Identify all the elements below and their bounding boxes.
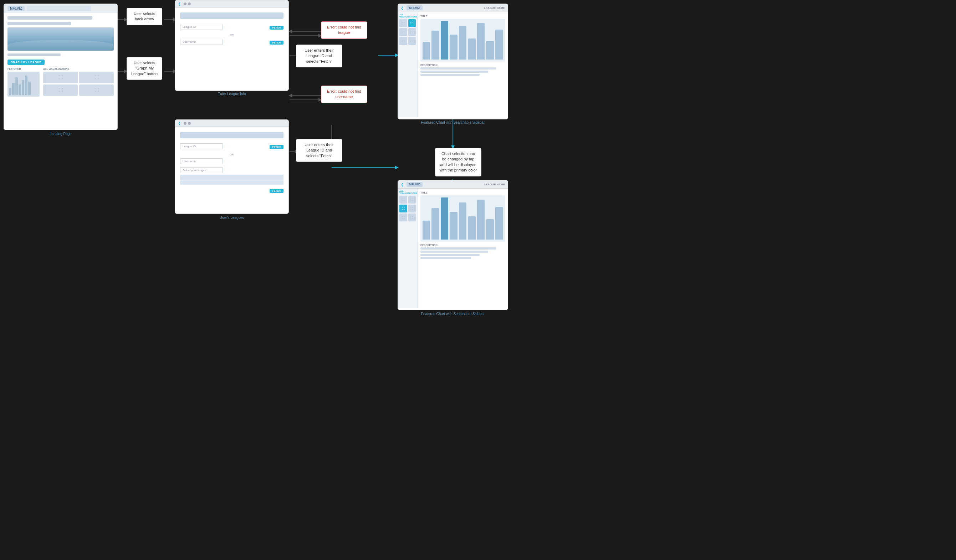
or-text-top: OR bbox=[180, 33, 283, 37]
all-viz-sidebar-bottom: ALL VISUALIZATIONS bbox=[399, 190, 416, 194]
cbar-7 bbox=[477, 23, 484, 60]
landing-header: NFLVIZ bbox=[4, 4, 117, 13]
fetch-button-bottom[interactable]: FETCH bbox=[270, 145, 283, 149]
thumb-1: ⛶ bbox=[43, 72, 78, 83]
sidebar-icon-2: ⛶ bbox=[410, 22, 413, 25]
chart-selection-annotation: Chart selection can be changed by tap an… bbox=[435, 148, 481, 176]
sidebar-grid-bottom: ⛶ ⛶ ⛶ ⛶ ⛶ ⛶ bbox=[399, 196, 416, 221]
bar-1 bbox=[9, 88, 11, 95]
chart-back-bottom[interactable]: ❮ bbox=[401, 182, 404, 187]
cbar-1 bbox=[423, 42, 430, 60]
thumb-grid: ⛶ ⛶ ⛶ ⛶ bbox=[43, 72, 114, 96]
bar-6 bbox=[25, 75, 27, 95]
select-league-field[interactable]: Select your league bbox=[180, 167, 223, 173]
image-icon-3: ⛶ bbox=[58, 88, 63, 93]
landing-label: Landing Page bbox=[3, 132, 118, 136]
cbar-b7 bbox=[477, 199, 484, 240]
fetch-button-final[interactable]: FETCH bbox=[270, 189, 283, 193]
sidebar-thumb-b6[interactable]: ⛶ bbox=[408, 213, 416, 221]
chart-title-bottom: TITLE bbox=[420, 191, 505, 194]
league-id-field[interactable]: League ID bbox=[180, 24, 223, 30]
sidebar-thumb-5[interactable]: ⛶ bbox=[399, 37, 407, 45]
username-row: Username FETCH bbox=[180, 39, 283, 46]
sidebar-icon-b1: ⛶ bbox=[402, 198, 405, 201]
cbar-b6 bbox=[468, 216, 475, 240]
all-viz-sidebar-top: ALL VISUALIZATIONS bbox=[399, 14, 416, 18]
featured-thumb bbox=[8, 72, 39, 97]
sidebar-icon-6: ⛶ bbox=[410, 39, 413, 43]
chart-logo-top: NFLVIZ bbox=[407, 5, 423, 10]
thumb-2: ⛶ bbox=[79, 72, 114, 83]
chart-back-top[interactable]: ❮ bbox=[401, 6, 404, 10]
image-icon-2: ⛶ bbox=[94, 75, 99, 80]
sidebar-thumb-b2[interactable]: ⛶ bbox=[408, 196, 416, 204]
league-id-field-b[interactable]: League ID bbox=[180, 143, 223, 149]
bar-2 bbox=[12, 83, 15, 95]
canvas: NFLVIZ GRAPH MY LEAGUE FEATURED bbox=[0, 0, 956, 560]
back-chevron-bottom[interactable]: ❮ bbox=[178, 121, 181, 125]
username-field-b[interactable]: Username bbox=[180, 158, 223, 164]
sidebar-icon-b4: ⛶ bbox=[410, 207, 413, 210]
sidebar-thumb-1[interactable]: ⛶ bbox=[399, 19, 407, 27]
username-row-b: Username bbox=[180, 158, 283, 166]
cbar-b4 bbox=[450, 212, 457, 240]
graph-my-league-button[interactable]: GRAPH MY LEAGUE bbox=[8, 60, 44, 65]
chart-sidebar-top: ALL VISUALIZATIONS ⛶ ⛶ ⛶ ⛶ ⛶ ⛶ bbox=[398, 12, 418, 117]
league-screen-bottom: ❮ League ID FETCH OR Username Select you… bbox=[175, 119, 289, 214]
description-label-bottom: DESCRIPTION bbox=[420, 244, 505, 246]
back-arrow-annotation: User selects back arrow bbox=[127, 8, 162, 25]
sidebar-thumb-4[interactable]: ⛶ bbox=[408, 28, 416, 36]
desc-line-b2 bbox=[420, 251, 488, 253]
sections-row: FEATURED ALL VISUAL bbox=[8, 68, 114, 97]
hero-wave bbox=[8, 40, 114, 51]
thumb-4: ⛶ bbox=[79, 85, 114, 96]
cbar-8 bbox=[486, 41, 494, 60]
image-icon-4: ⛶ bbox=[94, 88, 99, 93]
desc-line-b3 bbox=[420, 254, 480, 256]
fetch-button-top[interactable]: FETCH bbox=[270, 26, 283, 30]
bar-3 bbox=[15, 77, 18, 95]
main-chart-top: TITLE DESCRIPTION bbox=[418, 12, 508, 117]
cbar-b8 bbox=[486, 219, 494, 240]
sidebar-icon-1: ⛶ bbox=[402, 22, 405, 25]
app-logo: NFLVIZ bbox=[8, 6, 25, 11]
sidebar-icon-5: ⛶ bbox=[402, 39, 405, 43]
error-league-box: Error: could not find league bbox=[321, 21, 367, 39]
hero-image bbox=[8, 27, 114, 51]
chart-screen-bottom: ❮ NFLVIZ LEAGUE NAME ALL VISUALIZATIONS … bbox=[398, 180, 508, 310]
or-text-bottom: OR bbox=[180, 153, 283, 156]
sidebar-thumb-3[interactable]: ⛶ bbox=[399, 28, 407, 36]
graph-my-league-annotation: User selects "Graph My League" button bbox=[127, 57, 162, 80]
chart-title-top: TITLE bbox=[420, 15, 505, 17]
desc-line-b4 bbox=[420, 257, 471, 259]
sidebar-thumb-6[interactable]: ⛶ bbox=[408, 37, 416, 45]
bar-7 bbox=[28, 82, 31, 95]
sidebar-icon-3: ⛶ bbox=[402, 31, 405, 34]
chart-bottom-label: Featured Chart with Searchable Sidebar bbox=[398, 312, 508, 316]
desc-line-1 bbox=[420, 67, 496, 69]
sidebar-thumb-2[interactable]: ⛶ bbox=[408, 19, 416, 27]
league-screen-top: ❮ League ID FETCH OR Username FETCH bbox=[175, 0, 289, 91]
cbar-b2 bbox=[431, 208, 439, 240]
league-id-row: League ID FETCH bbox=[180, 24, 283, 31]
chart-header-top: ❮ NFLVIZ LEAGUE NAME bbox=[398, 4, 508, 12]
desc-line-3 bbox=[420, 74, 480, 76]
chart-bar-area-bottom bbox=[420, 195, 505, 242]
sidebar-thumb-b5[interactable]: ⛶ bbox=[399, 213, 407, 221]
chart-bar-area-top bbox=[420, 19, 505, 62]
username-field[interactable]: Username bbox=[180, 39, 223, 45]
league-id-row-b: League ID FETCH bbox=[180, 143, 283, 151]
main-chart-bottom: TITLE DESCRIPTION bbox=[418, 188, 508, 308]
bar-chart-mini bbox=[9, 77, 31, 95]
cbar-3 bbox=[441, 21, 448, 60]
chart-sidebar-bottom: ALL VISUALIZATIONS ⛶ ⛶ ⛶ ⛶ ⛶ ⛶ bbox=[398, 188, 418, 308]
cbar-4 bbox=[450, 35, 457, 60]
sidebar-thumb-b3[interactable]: ⛶ bbox=[399, 205, 407, 212]
sidebar-icon-b6: ⛶ bbox=[410, 216, 413, 219]
fetch-league-annotation-bottom: User enters their League ID and selects … bbox=[296, 139, 342, 162]
fetch-button-top-2[interactable]: FETCH bbox=[270, 41, 283, 45]
back-chevron-top[interactable]: ❮ bbox=[178, 2, 181, 6]
sidebar-thumb-b1[interactable]: ⛶ bbox=[399, 196, 407, 204]
sidebar-thumb-b4[interactable]: ⛶ bbox=[408, 205, 416, 212]
cbar-b9 bbox=[495, 207, 503, 240]
